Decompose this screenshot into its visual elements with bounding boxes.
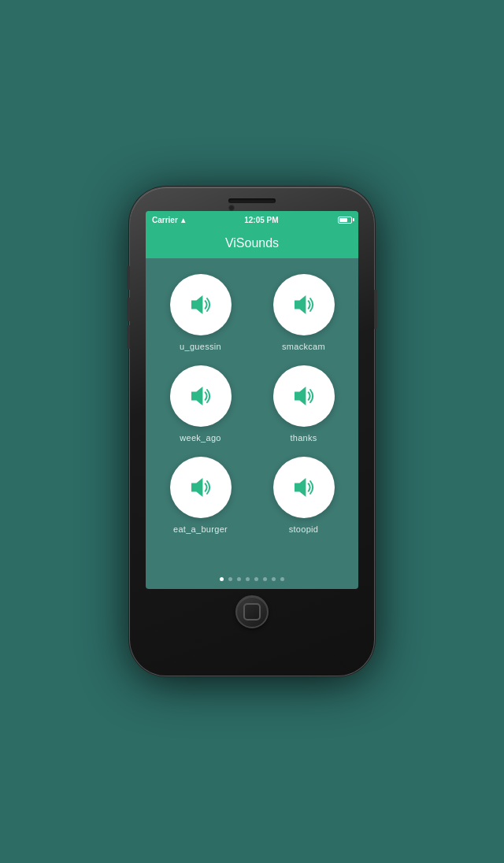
carrier-label: Carrier [152, 216, 178, 224]
speaker-icon [185, 472, 217, 503]
home-button-inner [243, 603, 261, 620]
svg-marker-1 [295, 295, 306, 314]
page-dot-4[interactable] [254, 577, 258, 581]
sound-circle[interactable] [273, 457, 335, 518]
page-dot-6[interactable] [272, 577, 276, 581]
phone-outer: Carrier ▴ 12:05 PM ViSounds [130, 187, 374, 676]
sound-item-week_ago[interactable]: week_ago [157, 365, 244, 443]
sound-circle[interactable] [170, 274, 232, 335]
sound-item-eat_a_burger[interactable]: eat_a_burger [157, 457, 244, 534]
sound-circle[interactable] [273, 365, 335, 427]
speaker-icon [288, 289, 320, 320]
home-button-area [235, 595, 269, 628]
sound-item-stoopid[interactable]: stoopid [260, 457, 347, 534]
page-dot-5[interactable] [263, 577, 267, 581]
time-label: 12:05 PM [244, 216, 278, 224]
battery-icon [338, 217, 352, 224]
home-button[interactable] [235, 595, 269, 628]
phone-screen: Carrier ▴ 12:05 PM ViSounds [146, 211, 358, 589]
sound-label: thanks [290, 433, 317, 443]
phone-top [138, 198, 366, 208]
page-dot-3[interactable] [246, 577, 250, 581]
speaker-icon [288, 380, 320, 412]
page-dot-7[interactable] [280, 577, 284, 581]
sound-item-smackcam[interactable]: smackcam [260, 274, 347, 351]
page-dots [220, 577, 284, 581]
nav-bar: ViSounds [146, 228, 358, 258]
speaker-icon [288, 472, 320, 503]
sound-label: u_guessin [180, 342, 221, 351]
sound-label: stoopid [289, 524, 319, 534]
svg-marker-5 [295, 478, 306, 497]
sound-label: smackcam [282, 342, 325, 351]
speaker-icon [185, 380, 217, 412]
sound-label: eat_a_burger [173, 524, 228, 534]
earpiece [228, 198, 276, 203]
sound-label: week_ago [180, 433, 221, 443]
phone-device: Carrier ▴ 12:05 PM ViSounds [130, 187, 374, 676]
sound-circle[interactable] [170, 457, 232, 518]
svg-marker-4 [191, 478, 202, 497]
sound-grid: u_guessin smackcam [157, 274, 347, 534]
status-left: Carrier ▴ [152, 216, 185, 224]
sound-item-u_guessin[interactable]: u_guessin [157, 274, 244, 351]
page-dot-0[interactable] [220, 577, 224, 581]
status-bar: Carrier ▴ 12:05 PM [146, 211, 358, 228]
wifi-icon: ▴ [181, 216, 185, 224]
status-right [338, 217, 352, 224]
sound-circle[interactable] [170, 365, 232, 427]
front-camera [228, 205, 235, 211]
svg-marker-3 [295, 387, 306, 406]
page-dot-1[interactable] [228, 577, 232, 581]
svg-marker-2 [191, 387, 202, 406]
battery-fill [339, 218, 348, 222]
speaker-icon [185, 289, 217, 320]
page-dot-2[interactable] [237, 577, 241, 581]
svg-marker-0 [191, 295, 202, 314]
content-area: u_guessin smackcam [146, 258, 358, 589]
app-title: ViSounds [225, 236, 279, 250]
sound-circle[interactable] [273, 274, 335, 335]
sound-item-thanks[interactable]: thanks [260, 365, 347, 443]
